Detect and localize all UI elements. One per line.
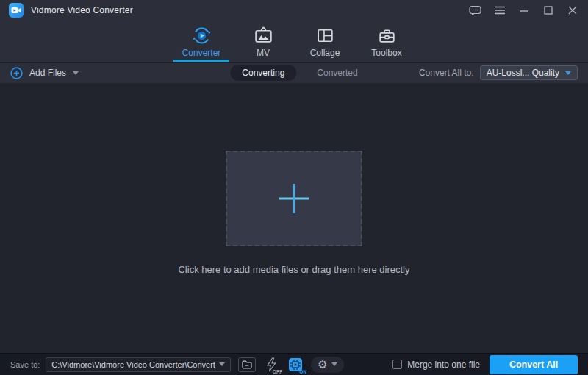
titlebar: Vidmore Video Converter (0, 0, 588, 21)
tab-label: Converter (182, 48, 221, 58)
sub-toolbar: Add Files Converting Converted Convert A… (0, 63, 588, 83)
active-tab-underline (173, 60, 229, 62)
mv-icon (254, 26, 273, 46)
app-logo-icon (9, 3, 24, 18)
converting-tab[interactable]: Converting (230, 65, 296, 81)
add-files-plus-icon (10, 67, 23, 79)
gear-icon: ⚙ (318, 359, 327, 370)
app-window: Vidmore Video Converter (0, 0, 588, 375)
add-files-caret-icon (73, 71, 79, 75)
tab-label: MV (257, 48, 270, 58)
toolbox-icon (377, 26, 397, 46)
feedback-icon[interactable] (469, 4, 482, 17)
converter-icon (192, 26, 212, 46)
close-icon[interactable] (566, 4, 579, 17)
output-format-dropdown[interactable]: AU-Lossl... Quality (480, 65, 578, 80)
add-files-label: Add Files (29, 68, 66, 78)
save-path-caret-icon[interactable] (219, 362, 225, 366)
file-list-area: Click here to add media files or drag th… (0, 83, 588, 353)
add-media-dropzone[interactable] (226, 151, 362, 246)
footer-bar: Save to: C:\Vidmore\Vidmore Video Conver… (0, 353, 588, 375)
merge-checkbox[interactable] (392, 360, 402, 369)
tab-mv[interactable]: MV (237, 21, 289, 62)
merge-checkbox-label: Merge into one file (407, 360, 480, 370)
convert-all-button[interactable]: Convert All (490, 355, 578, 374)
settings-caret-icon (331, 362, 337, 366)
output-format-value: AU-Lossl... Quality (487, 68, 559, 78)
tab-converter[interactable]: Converter (176, 21, 227, 62)
collage-icon (315, 26, 335, 46)
menu-icon[interactable] (493, 4, 506, 17)
minimize-icon[interactable] (517, 4, 531, 17)
convert-all-to-label: Convert All to: (419, 68, 474, 78)
hardware-acceleration-state-badge: ON (299, 369, 306, 374)
output-format-caret-icon (565, 71, 571, 75)
main-nav: Converter MV Collage (0, 21, 588, 63)
tab-toolbox[interactable]: Toolbox (361, 21, 412, 62)
save-path-value: C:\Vidmore\Vidmore Video Converter\Conve… (51, 360, 215, 369)
tab-label: Collage (310, 48, 340, 58)
tab-label: Toolbox (371, 48, 401, 58)
save-to-label: Save to: (10, 360, 40, 369)
open-folder-button[interactable] (238, 357, 256, 372)
dropzone-plus-icon (273, 178, 315, 219)
converted-tab[interactable]: Converted (317, 68, 357, 78)
window-title: Vidmore Video Converter (31, 5, 133, 15)
maximize-icon[interactable] (542, 4, 555, 17)
high-speed-state-badge: OFF (273, 369, 283, 374)
hardware-acceleration-toggle[interactable]: ON (287, 356, 304, 374)
settings-button[interactable]: ⚙ (311, 357, 343, 373)
add-files-button[interactable]: Add Files (10, 67, 79, 79)
save-path-input[interactable]: C:\Vidmore\Vidmore Video Converter\Conve… (46, 357, 231, 372)
merge-into-one-file-option[interactable]: Merge into one file (392, 360, 480, 370)
high-speed-toggle[interactable]: OFF (262, 356, 280, 374)
dropzone-hint-text[interactable]: Click here to add media files or drag th… (0, 264, 588, 275)
tab-collage[interactable]: Collage (299, 21, 351, 62)
